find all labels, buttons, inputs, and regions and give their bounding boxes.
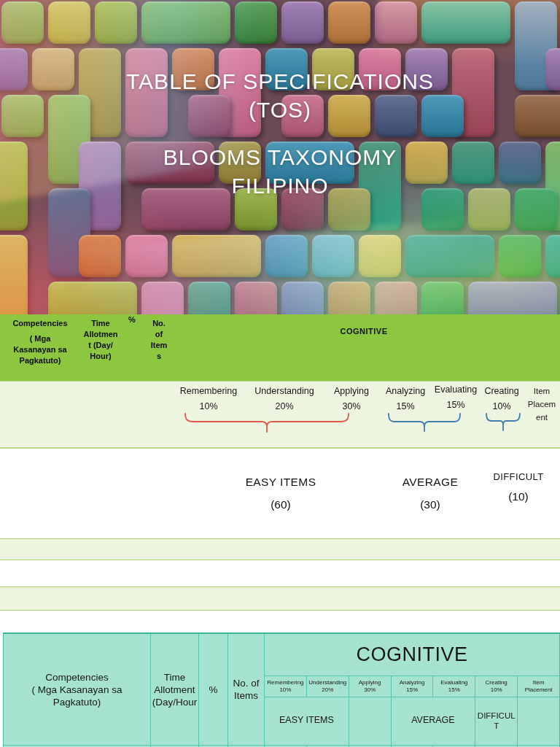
mosaic-tile [545,235,560,277]
slide-subtitle-line2: FILIPINO [0,171,560,200]
mosaic-tile [421,1,510,44]
mosaic-tile [1,1,44,44]
time-allotment-cell: Time Allotment (Day/Hour [151,634,198,745]
difficult-cell: DIFFICUL T [475,697,517,745]
slide-title-line1: TABLE OF SPECIFICATIONS [0,67,560,96]
mosaic-tile [235,1,277,44]
difficult-label: DIFFICULT [475,471,560,482]
subheader-percent: 10% [491,686,502,694]
level-name: Remembering [168,386,249,396]
mosaic-tile [468,282,557,314]
subheader-percent: 30% [364,686,376,694]
mosaic-tile [421,282,464,314]
item-placement-header: Item Placem ent [519,384,560,424]
empty-row-stripe [0,538,560,560]
mosaic-tile [499,235,541,277]
mosaic-tile [312,235,354,277]
average-label: AVERAGE [379,476,481,489]
subheader-item-placement: Item Placement [518,676,559,697]
percent-header: % [121,314,143,325]
empty-cell [518,697,559,745]
mosaic-tile [405,235,494,277]
mosaic-tile [188,282,230,314]
subheader-remembering: Remembering 10% [265,676,306,697]
mosaic-tile [328,1,370,44]
easy-items-cell: EASY ITEMS [265,697,349,745]
subheader-percent: 15% [448,686,460,694]
average-group: AVERAGE (30) [379,476,481,511]
average-count: (30) [379,498,481,511]
subheader-name: Applying [359,679,381,686]
subheader-name: Remembering [267,679,303,686]
no-of-items-header: No. of Item s [143,318,175,362]
easy-items-group: EASY ITEMS (60) [208,476,354,511]
mosaic-tile [48,282,137,314]
mosaic-tile [141,282,184,314]
easy-items-label: EASY ITEMS [208,476,354,489]
subheader-name: Creating [486,679,508,686]
bottom-specifications-table: Competencies ( Mga Kasanayan sa Pagkatut… [3,632,560,747]
mosaic-tile [235,282,277,314]
slide-title-line2: (TOS) [0,96,560,124]
no-of-items-cell: No. of Items [228,634,264,745]
subheader-percent: 10% [279,686,291,694]
mosaic-tile [281,282,324,314]
mosaic-tile [141,1,230,44]
easy-items-count: (60) [208,498,354,511]
mosaic-tile [375,1,417,44]
competencies-subtitle: ( Mga Kasanayan sa Pagkatuto) [3,333,77,366]
level-remembering: Remembering 10% [168,386,249,411]
top-table-header: Competencies ( Mga Kasanayan sa Pagkatut… [0,314,560,381]
mosaic-tile [172,235,261,277]
subheader-analyzing: Analyzing 15% [392,676,433,697]
document-page: TABLE OF SPECIFICATIONS (TOS) BLOOMS TAX… [0,0,560,747]
empty-row-stripe [0,587,560,611]
cognitive-cell: COGNITIVE [265,634,559,676]
mosaic-tile [328,282,370,314]
subheader-percent: 15% [406,686,418,694]
mosaic-tile [265,235,308,277]
percent-cell: % [199,634,228,745]
title-spacer [0,124,560,143]
mosaic-tile [48,1,90,44]
empty-cell [349,697,391,745]
slide-subtitle-line1: BLOOMS TAXONOMY [0,143,560,171]
mosaic-tile [281,1,324,44]
mosaic-tile [79,235,121,277]
subheader-creating: Creating 10% [475,676,517,697]
subheader-applying: Applying 30% [349,676,391,697]
time-allotment-header: Time Allotmen t (Day/ Hour) [74,318,127,362]
cognitive-header: COGNITIVE [168,326,560,337]
competencies-cell: Competencies ( Mga Kasanayan sa Pagkatut… [4,634,150,745]
competencies-title: Competencies [3,318,77,329]
subheader-percent: 20% [322,686,333,694]
mosaic-tile [0,235,28,314]
subheader-understanding: Understanding 20% [307,676,349,697]
subheader-name: Understanding [308,679,346,686]
mosaic-tile [95,1,137,44]
difficult-group: DIFFICULT (10) [475,471,560,503]
level-percent: 10% [168,401,249,411]
average-cell: AVERAGE [392,697,475,745]
competencies-header: Competencies ( Mga Kasanayan sa Pagkatut… [3,318,77,366]
mosaic-tile [125,235,168,277]
title-slide: TABLE OF SPECIFICATIONS (TOS) BLOOMS TAX… [0,0,560,314]
easy-group-brace [184,412,349,434]
subheader-evaluating: Evaluating 15% [433,676,475,697]
difficulty-totals-band: EASY ITEMS (60) AVERAGE (30) DIFFICULT (… [0,449,560,538]
subheader-name: Evaluating [440,679,467,686]
mosaic-tile [375,282,417,314]
slide-title-block: TABLE OF SPECIFICATIONS (TOS) BLOOMS TAX… [0,67,560,200]
difficult-group-brace [486,412,521,434]
subheader-name: Analyzing [400,679,425,686]
difficult-count: (10) [475,490,560,503]
average-group-brace [388,412,461,434]
mosaic-tile [359,235,401,277]
